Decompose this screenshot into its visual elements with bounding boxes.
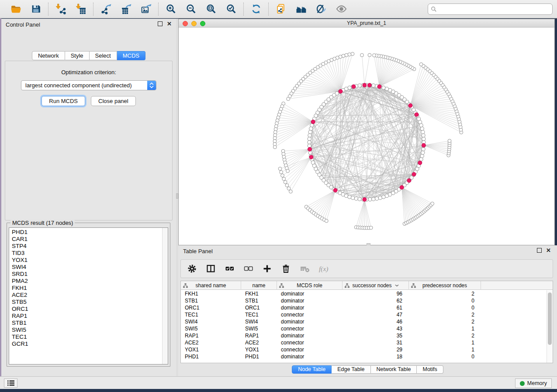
mcds-node[interactable] bbox=[308, 147, 311, 151]
network-node[interactable] bbox=[360, 53, 364, 57]
network-node[interactable] bbox=[286, 169, 290, 173]
network-node[interactable] bbox=[281, 174, 284, 177]
mcds-node[interactable] bbox=[407, 179, 411, 182]
table-row[interactable]: ACE2ACE2connector311 bbox=[181, 339, 547, 346]
table-row[interactable]: RAP1RAP1dominator352 bbox=[181, 332, 547, 339]
table-scrollbar-thumb[interactable] bbox=[548, 292, 552, 345]
table-row[interactable]: PHD1PHD1dominator180 bbox=[181, 353, 547, 360]
mcds-node[interactable] bbox=[412, 172, 416, 176]
network-node[interactable] bbox=[308, 141, 311, 144]
network-node[interactable] bbox=[351, 196, 355, 199]
criterion-dropdown[interactable]: largest connected component (undirected) bbox=[21, 80, 156, 90]
zoom-out-icon[interactable] bbox=[185, 3, 197, 15]
network-node[interactable] bbox=[422, 148, 425, 151]
mcds-result-item[interactable]: PHD1 bbox=[12, 229, 162, 236]
mcds-node[interactable] bbox=[363, 83, 367, 87]
mcds-node[interactable] bbox=[367, 83, 371, 87]
mcds-node[interactable] bbox=[311, 120, 315, 124]
network-node[interactable] bbox=[308, 137, 311, 141]
share-document-icon[interactable] bbox=[275, 3, 287, 15]
save-session-icon[interactable] bbox=[30, 3, 42, 15]
network-view-titlebar[interactable]: YPA_prune.txt_1 bbox=[179, 19, 554, 28]
show-hide-details-icon[interactable] bbox=[335, 3, 347, 15]
mcds-node[interactable] bbox=[400, 186, 404, 189]
network-node[interactable] bbox=[372, 197, 375, 201]
mcds-result-item[interactable]: STP4 bbox=[12, 243, 162, 250]
export-table-icon[interactable] bbox=[120, 3, 132, 15]
network-node[interactable] bbox=[382, 195, 385, 199]
network-node[interactable] bbox=[431, 202, 434, 206]
tab-mcds[interactable]: MCDS bbox=[117, 51, 145, 60]
column-header-name[interactable]: name bbox=[241, 281, 277, 290]
task-history-button[interactable] bbox=[4, 378, 17, 388]
network-canvas[interactable] bbox=[179, 28, 554, 245]
network-node[interactable] bbox=[282, 177, 286, 181]
mcds-result-item[interactable]: ACE2 bbox=[12, 292, 162, 299]
network-node[interactable] bbox=[348, 53, 351, 56]
tab-style[interactable]: Style bbox=[65, 51, 90, 60]
network-node[interactable] bbox=[344, 194, 348, 197]
network-node[interactable] bbox=[373, 54, 376, 57]
table-row[interactable]: SWI5SWI5connector431 bbox=[181, 325, 547, 332]
network-node[interactable] bbox=[385, 87, 388, 90]
search-input[interactable] bbox=[439, 6, 550, 13]
network-node[interactable] bbox=[358, 197, 361, 201]
mcds-node[interactable] bbox=[309, 155, 313, 159]
network-node[interactable] bbox=[284, 180, 287, 184]
tab-motifs[interactable]: Motifs bbox=[417, 365, 443, 374]
network-node[interactable] bbox=[325, 219, 328, 223]
mcds-result-item[interactable]: YOX1 bbox=[12, 257, 162, 264]
export-image-icon[interactable] bbox=[140, 3, 152, 15]
mcds-list-scrollbar[interactable] bbox=[162, 228, 168, 364]
tab-select[interactable]: Select bbox=[90, 51, 117, 60]
open-file-icon[interactable] bbox=[10, 3, 22, 15]
mcds-result-item[interactable]: RAP1 bbox=[12, 313, 162, 320]
window-minimize-icon[interactable] bbox=[191, 21, 197, 26]
network-node[interactable] bbox=[369, 226, 373, 230]
close-panel-button[interactable]: Close panel bbox=[91, 96, 136, 106]
column-header-MCDS-role[interactable]: MCDS role bbox=[277, 281, 343, 290]
network-node[interactable] bbox=[308, 130, 312, 134]
mcds-node[interactable] bbox=[418, 161, 422, 165]
table-settings-icon[interactable] bbox=[186, 263, 197, 275]
table-row[interactable]: FKH1FKH1dominator962 bbox=[181, 290, 547, 297]
mcds-result-item[interactable]: SWI4 bbox=[12, 264, 162, 271]
memory-button[interactable]: Memory bbox=[515, 378, 552, 388]
column-header-successor-nodes[interactable]: successor nodes bbox=[343, 281, 409, 290]
window-maximize-icon[interactable] bbox=[200, 21, 205, 26]
network-node[interactable] bbox=[287, 187, 291, 190]
hide-graphics-details-icon[interactable] bbox=[315, 3, 327, 15]
network-node[interactable] bbox=[419, 158, 423, 161]
mcds-node[interactable] bbox=[333, 188, 337, 192]
search-box[interactable] bbox=[428, 3, 553, 15]
network-node[interactable] bbox=[309, 127, 313, 131]
network-node[interactable] bbox=[273, 145, 277, 149]
mcds-node[interactable] bbox=[352, 85, 356, 89]
column-layout-icon[interactable] bbox=[205, 263, 216, 275]
mcds-node[interactable] bbox=[422, 143, 426, 147]
zoom-fit-icon[interactable] bbox=[205, 3, 217, 15]
network-node[interactable] bbox=[310, 124, 314, 127]
select-all-checks-icon[interactable] bbox=[224, 263, 235, 275]
float-panel-icon[interactable] bbox=[158, 21, 163, 26]
network-node[interactable] bbox=[285, 184, 289, 187]
mcds-result-item[interactable]: TEC1 bbox=[12, 334, 162, 340]
zoom-in-icon[interactable] bbox=[165, 3, 177, 15]
mcds-result-item[interactable]: SRD1 bbox=[12, 271, 162, 278]
network-node[interactable] bbox=[375, 197, 379, 200]
table-row[interactable]: STB1STB1dominator620 bbox=[181, 297, 547, 304]
table-row[interactable]: ORC1ORC1dominator610 bbox=[181, 304, 547, 311]
network-node[interactable] bbox=[382, 86, 385, 89]
mcds-result-item[interactable]: GCR1 bbox=[12, 340, 162, 347]
mcds-node[interactable] bbox=[408, 103, 412, 107]
close-panel-icon[interactable]: ✕ bbox=[167, 21, 172, 26]
network-node[interactable] bbox=[420, 154, 424, 158]
network-node[interactable] bbox=[419, 63, 423, 66]
network-node[interactable] bbox=[278, 167, 282, 171]
deselect-all-checks-icon[interactable] bbox=[242, 263, 254, 275]
mcds-node[interactable] bbox=[363, 197, 367, 201]
refresh-view-icon[interactable] bbox=[250, 3, 262, 15]
mcds-node[interactable] bbox=[377, 85, 381, 89]
tab-network[interactable]: Network bbox=[32, 51, 65, 60]
network-node[interactable] bbox=[378, 196, 382, 199]
